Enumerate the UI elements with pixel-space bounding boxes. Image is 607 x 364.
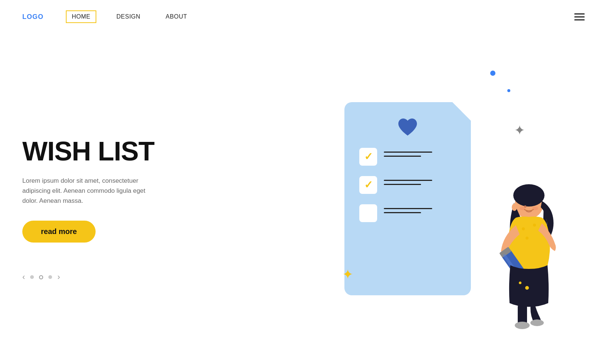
- svg-point-16: [515, 322, 530, 329]
- nav-item-about[interactable]: ABOUT: [160, 11, 192, 22]
- checklist-item-2: ✓: [359, 176, 456, 194]
- line-2-1: [384, 180, 432, 181]
- next-arrow[interactable]: ›: [57, 272, 60, 282]
- star-outline-icon: ✦: [514, 123, 525, 138]
- svg-point-7: [533, 224, 536, 227]
- deco-dot-blue-small: [507, 89, 510, 92]
- line-3-1: [384, 208, 432, 209]
- deco-dot-blue-large: [490, 71, 495, 76]
- character-illustration: [481, 177, 562, 342]
- checkbox-3[interactable]: [359, 204, 377, 222]
- svg-point-5: [512, 204, 517, 211]
- svg-point-19: [532, 207, 538, 210]
- heart-icon: [396, 117, 419, 137]
- svg-point-3: [513, 184, 545, 207]
- nav-item-home[interactable]: HOME: [66, 10, 96, 23]
- svg-point-6: [522, 227, 525, 230]
- navigation: LOGO HOME DESIGN ABOUT: [0, 0, 607, 33]
- checkbox-2[interactable]: ✓: [359, 176, 377, 194]
- line-3-2: [384, 212, 421, 213]
- dot-3[interactable]: [48, 275, 52, 279]
- deco-dot-yellow-2: [519, 282, 521, 284]
- checklist-item-1: ✓: [359, 148, 456, 166]
- hero-description: Lorem ipsum dolor sit amet, consectetuer…: [22, 176, 156, 206]
- left-panel: WISH LIST Lorem ipsum dolor sit amet, co…: [22, 123, 201, 282]
- hamburger-menu[interactable]: [574, 13, 585, 20]
- illustration-panel: ✓ ✓: [201, 41, 585, 364]
- svg-point-17: [530, 319, 544, 326]
- document-fold: [452, 102, 471, 121]
- character-svg: [481, 177, 562, 340]
- dot-2[interactable]: [39, 275, 43, 279]
- line-2-2: [384, 184, 421, 185]
- checkmark-1: ✓: [364, 152, 373, 162]
- heart-container: [359, 117, 456, 137]
- checkbox-1[interactable]: ✓: [359, 148, 377, 166]
- line-1-1: [384, 152, 432, 153]
- logo[interactable]: LOGO: [22, 13, 44, 21]
- check-lines-3: [384, 204, 432, 213]
- wish-list-document: ✓ ✓: [344, 102, 471, 295]
- checklist-item-3: [359, 204, 456, 222]
- star-yellow-icon: ✦: [342, 267, 353, 282]
- nav-item-design[interactable]: DESIGN: [111, 11, 145, 22]
- main-content: WISH LIST Lorem ipsum dolor sit amet, co…: [0, 33, 607, 364]
- svg-point-18: [520, 207, 526, 210]
- check-lines-1: [384, 148, 432, 157]
- svg-point-8: [526, 237, 529, 240]
- hero-title: WISH LIST: [22, 138, 201, 165]
- dot-1[interactable]: [30, 275, 34, 279]
- read-more-button[interactable]: read more: [22, 221, 96, 243]
- check-lines-2: [384, 176, 432, 185]
- line-1-2: [384, 156, 421, 157]
- prev-arrow[interactable]: ‹: [22, 272, 25, 282]
- checkmark-2: ✓: [364, 180, 373, 190]
- deco-dot-yellow-1: [525, 286, 529, 290]
- slide-navigation: ‹ ›: [22, 272, 201, 282]
